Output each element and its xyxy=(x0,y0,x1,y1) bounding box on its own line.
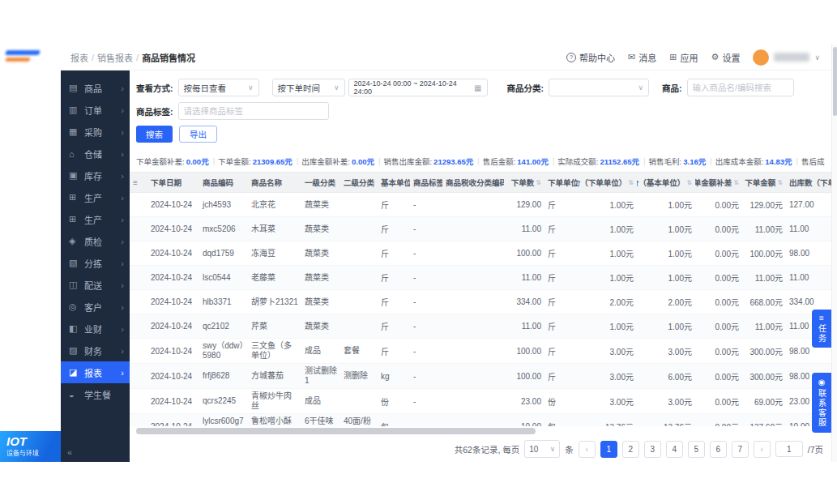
sidebar-item[interactable]: ⊞ 生产 › xyxy=(61,186,130,208)
page-button[interactable]: 4 xyxy=(666,441,683,458)
chevron-right-icon: › xyxy=(121,215,124,224)
user-menu[interactable]: ∨ xyxy=(753,49,820,66)
column-header[interactable]: 下单金额补差 ⇅ xyxy=(695,173,742,192)
page-jump-input[interactable] xyxy=(775,441,803,457)
settings-button[interactable]: ⚙ 设置 xyxy=(711,51,741,64)
horizontal-scrollbar-thumb[interactable] xyxy=(136,428,536,434)
sidebar-item-icon: ⌂ xyxy=(69,149,80,159)
tasks-float-button[interactable]: ≡ 任务 xyxy=(812,310,831,348)
messages-button[interactable]: ✉ 消息 xyxy=(628,51,656,64)
cell-order-amount: 137.60元 xyxy=(742,414,786,426)
column-header[interactable]: 商品编码 xyxy=(199,173,248,192)
breadcrumb-item[interactable]: 报表 xyxy=(70,51,88,64)
next-page-button[interactable]: › xyxy=(754,441,771,458)
view-mode-select[interactable]: 按每日查看 ∨ xyxy=(178,79,259,96)
page-button[interactable]: 2 xyxy=(622,441,639,458)
table-row[interactable]: 2024-10-24 swy（ddw）5980 三文鱼（多单位） 成品 套餐 斤… xyxy=(130,339,831,364)
column-header[interactable]: 基本单位 xyxy=(378,173,410,192)
sidebar-item[interactable]: ⊞ 生产 › xyxy=(61,208,130,230)
vertical-scrollbar[interactable] xyxy=(831,45,837,462)
sidebar-item[interactable]: ◫ 配送 › xyxy=(61,274,130,296)
tag-input[interactable] xyxy=(178,102,329,120)
sort-icon[interactable]: ⇅ xyxy=(686,179,692,186)
column-header-label: 单价（下单单位） xyxy=(579,177,626,188)
breadcrumb-item[interactable]: 销售报表 xyxy=(97,51,133,64)
vertical-scrollbar-thumb[interactable] xyxy=(833,47,837,116)
sidebar-collapse-icon[interactable]: « xyxy=(67,447,72,457)
cell-base-unit: 斤 xyxy=(378,193,410,216)
column-header[interactable]: 商品税收分类编码 xyxy=(442,173,504,192)
sidebar-item[interactable]: ⌂ 仓储 › xyxy=(61,143,130,164)
cell-product-tag: - xyxy=(410,314,442,338)
column-filter-icon[interactable]: ≡ xyxy=(133,178,138,187)
date-range-picker[interactable]: 2024-10-24 00:00 ~ 2024-10-24 24:00 ▦ xyxy=(348,79,488,96)
column-header-label: 出库数（下单单位） xyxy=(789,177,831,188)
table-row[interactable]: 2024-10-24 qc2102 芹菜 蔬菜类 斤 - 11.00 斤 1.0… xyxy=(130,314,831,339)
cell-amount-diff: 0.00元 xyxy=(695,290,742,314)
sort-icon[interactable]: ⇅ xyxy=(777,179,783,186)
help-center-button[interactable]: ? 帮助中心 xyxy=(566,51,615,64)
product-search-input[interactable] xyxy=(687,79,794,96)
sidebar-item-label: 报表 xyxy=(84,366,121,379)
table-row[interactable]: 2024-10-24 dqd1759 冻海豆 蔬菜类 斤 - 100.00 斤 … xyxy=(130,241,831,266)
sidebar-item[interactable]: ◧ 业财 › xyxy=(61,318,130,340)
chevron-down-icon: ∨ xyxy=(334,83,339,92)
sidebar-item[interactable]: ▤ 商品 › xyxy=(61,77,130,99)
column-header[interactable]: 商品名称 xyxy=(248,173,301,192)
prev-page-button[interactable]: ‹ xyxy=(579,441,596,458)
column-header[interactable]: 下单日期 xyxy=(147,173,199,192)
sidebar-item[interactable]: ▧ 分拣 › xyxy=(61,252,130,274)
sidebar-item[interactable]: ◎ 客户 › xyxy=(61,296,130,318)
cell-category-1: 蔬菜类 xyxy=(301,290,340,314)
cell-price-base-unit: 6.00元 xyxy=(637,364,695,388)
search-button[interactable]: 搜索 xyxy=(136,126,173,143)
page-size-select[interactable]: 10 ∨ xyxy=(524,440,560,458)
apps-button[interactable]: ⊞ 应用 xyxy=(669,51,698,64)
column-header[interactable]: 单价（下单单位） ⇅ xyxy=(579,173,637,192)
sidebar-item[interactable]: ◈ 质检 › xyxy=(61,230,130,252)
sidebar-item[interactable]: ◒ 学生餐 xyxy=(61,383,130,405)
table-row[interactable]: 2024-10-24 mxc5206 木耳菜 蔬菜类 斤 - 11.00 斤 1… xyxy=(130,217,831,241)
sidebar-item[interactable]: ◪ 报表 › xyxy=(61,361,130,383)
column-header[interactable]: 下单金额 ⇅ xyxy=(742,173,786,192)
time-type-select[interactable]: 按下单时间 ∨ xyxy=(272,79,345,96)
export-button[interactable]: 导出 xyxy=(179,126,217,143)
column-header[interactable]: 下单数 ⇅ xyxy=(504,173,544,192)
cell-outbound-qty: 98.00 xyxy=(786,241,831,265)
table-row[interactable]: 2024-10-24 jch4593 北京花 蔬菜类 斤 - 129.00 斤 … xyxy=(130,193,831,217)
sort-icon[interactable]: ⇅ xyxy=(628,179,634,186)
sidebar-item-label: 商品 xyxy=(84,82,121,95)
column-header-label: 商品标签 xyxy=(413,177,442,188)
column-header[interactable]: 单价（基本单位） ⇅ xyxy=(637,173,695,192)
sort-icon[interactable]: ⇅ xyxy=(536,179,541,186)
table-row[interactable]: 2024-10-24 frfj8628 方城蕃茄 测试删除1 测删除 kg - … xyxy=(130,364,831,389)
sort-icon[interactable]: ⇅ xyxy=(733,179,739,186)
sidebar-item[interactable]: ▨ 财务 › xyxy=(61,340,130,361)
table-row[interactable]: 2024-10-24 hlb3371 胡萝卜21321 蔬菜类 斤 - 334.… xyxy=(130,290,831,314)
horizontal-scrollbar[interactable] xyxy=(136,428,825,434)
page-button[interactable]: 3 xyxy=(644,441,661,458)
cell-amount-diff: 0.00元 xyxy=(695,314,742,338)
sidebar-item-icon: ◒ xyxy=(69,390,80,399)
column-header[interactable]: 下单单位 xyxy=(544,173,579,192)
column-header[interactable]: 一级分类 xyxy=(301,173,340,192)
sidebar-item[interactable]: ▣ 库存 › xyxy=(61,164,130,186)
table-row[interactable]: 2024-10-24 qcrs2245 青椒炒牛肉丝 成品 份 - 23.00 … xyxy=(130,389,831,414)
table-row[interactable]: 2024-10-24 lsc0544 老藤菜 蔬菜类 斤 - 11.00 斤 1… xyxy=(130,266,831,290)
iot-badge[interactable]: IOT 设备与环境 xyxy=(0,431,61,462)
table-row[interactable]: 2024-10-24 lylcsr600g7776 鲁松噌小酥肉600g 6干佳… xyxy=(130,414,831,426)
page-button[interactable]: 6 xyxy=(710,441,727,458)
page-button[interactable]: 7 xyxy=(732,441,749,458)
customer-service-float-button[interactable]: ◉ 联系客服 xyxy=(812,373,831,433)
column-header[interactable]: 二级分类 xyxy=(340,173,378,192)
sidebar-item[interactable]: ▦ 采购 › xyxy=(61,121,130,143)
column-header[interactable]: 商品标签 xyxy=(410,173,442,192)
column-header[interactable]: 出库数（下单单位） xyxy=(786,173,831,192)
cell-product-code: lylcsr600g7776 xyxy=(199,414,248,426)
breadcrumb-item[interactable]: 商品销售情况 xyxy=(142,51,195,64)
page-button[interactable]: 1 xyxy=(600,441,617,458)
cell-price-base-unit: 1.00元 xyxy=(637,217,695,241)
sidebar-item[interactable]: ▥ 订单 › xyxy=(61,99,130,121)
category-select[interactable]: ∨ xyxy=(549,79,649,96)
page-button[interactable]: 5 xyxy=(688,441,705,458)
